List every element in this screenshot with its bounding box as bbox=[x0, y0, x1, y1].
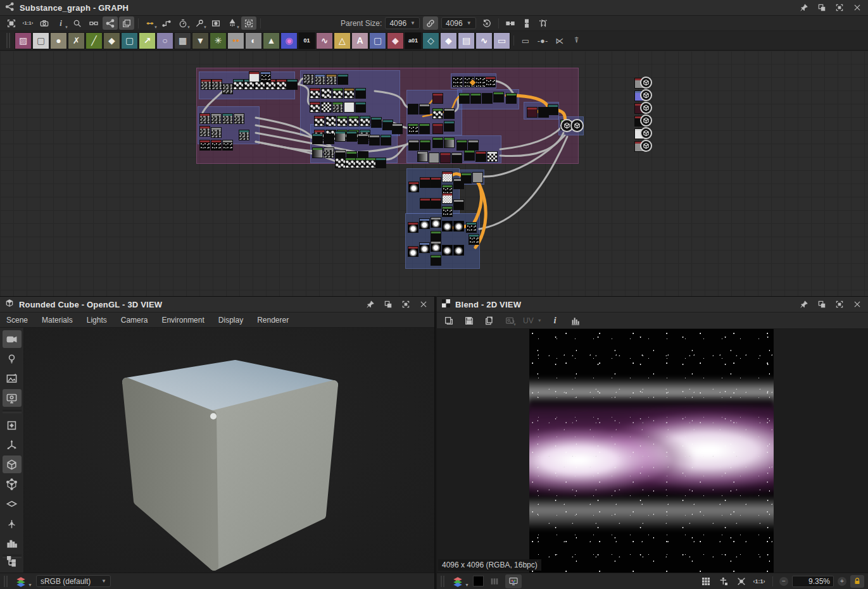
graph-node[interactable] bbox=[473, 173, 482, 182]
mesh-button[interactable] bbox=[3, 475, 22, 493]
maximize-button[interactable] bbox=[400, 299, 412, 310]
graph-node[interactable] bbox=[457, 140, 467, 150]
graph-node[interactable] bbox=[223, 114, 232, 123]
copy-image-button[interactable] bbox=[482, 314, 496, 327]
graph-node[interactable] bbox=[409, 140, 418, 150]
transform-node-button[interactable]: ▢ bbox=[121, 32, 138, 49]
environment-button[interactable] bbox=[3, 369, 22, 387]
graph-node[interactable] bbox=[469, 235, 479, 244]
graph-node[interactable] bbox=[200, 140, 210, 150]
graph-node[interactable] bbox=[494, 92, 503, 102]
graph-node[interactable] bbox=[336, 158, 345, 168]
graph-node[interactable] bbox=[356, 89, 365, 98]
graph-node[interactable] bbox=[333, 89, 343, 98]
gizmo-button[interactable] bbox=[3, 436, 22, 454]
graph-node[interactable] bbox=[431, 218, 441, 227]
graph-node[interactable] bbox=[344, 89, 354, 98]
graph-node[interactable] bbox=[249, 72, 259, 82]
close-button[interactable] bbox=[852, 2, 863, 13]
graph-node[interactable] bbox=[324, 148, 334, 158]
graph-view-button[interactable] bbox=[103, 16, 118, 30]
histogram-node-button[interactable]: ▲ bbox=[263, 32, 280, 49]
magnet-snap-button[interactable] bbox=[536, 16, 551, 30]
zoom-in-button[interactable]: + bbox=[838, 577, 846, 586]
maximize-button[interactable] bbox=[834, 2, 845, 13]
graph-node[interactable] bbox=[408, 247, 418, 256]
graph-node[interactable] bbox=[429, 153, 439, 163]
connector-dots-button[interactable]: ▼ bbox=[142, 16, 158, 30]
frame-fx-node-button[interactable]: ▭ bbox=[493, 32, 510, 49]
graph-node[interactable] bbox=[443, 172, 452, 182]
graph-node[interactable] bbox=[408, 223, 418, 232]
info-button[interactable]: i bbox=[548, 314, 562, 327]
stack-nodes-button[interactable] bbox=[519, 16, 534, 30]
graph-node[interactable] bbox=[454, 245, 463, 255]
graph-node[interactable] bbox=[211, 140, 221, 150]
blur-node-button[interactable]: ● bbox=[50, 32, 67, 49]
graph-node[interactable] bbox=[487, 152, 497, 161]
rounded-cube-button[interactable] bbox=[3, 456, 22, 473]
menu-materials[interactable]: Materials bbox=[42, 316, 73, 325]
graph-node[interactable] bbox=[327, 75, 336, 84]
graph-node[interactable] bbox=[324, 134, 334, 144]
rgb-display-button[interactable] bbox=[505, 574, 522, 588]
graph-node[interactable] bbox=[539, 108, 548, 117]
graph-node[interactable] bbox=[475, 77, 485, 87]
graph-node[interactable] bbox=[393, 124, 402, 133]
save-image-button[interactable] bbox=[462, 314, 476, 327]
curve-node-button[interactable]: ╱ bbox=[85, 32, 103, 49]
graph-node[interactable] bbox=[346, 158, 355, 168]
graph-node[interactable] bbox=[454, 221, 463, 231]
histogram-button[interactable] bbox=[569, 314, 582, 327]
mirror-node-button[interactable]: △ bbox=[334, 32, 351, 49]
graph-node[interactable] bbox=[431, 242, 441, 251]
graph-node[interactable] bbox=[527, 108, 537, 117]
instances-button[interactable] bbox=[119, 16, 134, 30]
splatter-node-button[interactable]: ✳ bbox=[210, 32, 227, 49]
graph-node[interactable] bbox=[333, 102, 343, 112]
graph-node[interactable] bbox=[347, 132, 356, 141]
float-button[interactable] bbox=[816, 2, 827, 13]
graph-node[interactable] bbox=[322, 102, 331, 112]
link-nodes-button[interactable] bbox=[503, 16, 518, 30]
color-layers-icon[interactable]: ▼ bbox=[452, 576, 469, 587]
link-size-button[interactable] bbox=[423, 16, 438, 30]
view3d-viewport[interactable] bbox=[24, 328, 434, 573]
shape-node-button[interactable]: ○ bbox=[156, 32, 173, 49]
graph-node[interactable] bbox=[420, 178, 430, 187]
graph-node[interactable] bbox=[287, 80, 297, 89]
graph-group-frame[interactable] bbox=[198, 106, 260, 144]
graph-node[interactable] bbox=[223, 140, 232, 150]
color-layers-icon[interactable]: ▼ bbox=[15, 576, 32, 587]
graph-node[interactable] bbox=[548, 105, 558, 115]
graph-node[interactable] bbox=[420, 243, 429, 252]
graph-node[interactable] bbox=[420, 140, 430, 150]
stats-button[interactable] bbox=[3, 534, 22, 552]
graph-node[interactable] bbox=[431, 232, 441, 241]
uniform-color-node-button[interactable]: ◆ bbox=[440, 32, 457, 49]
graph-node[interactable] bbox=[234, 80, 243, 89]
grayscale-conversion-node-button[interactable]: 01 bbox=[298, 32, 315, 49]
focus-link-button[interactable] bbox=[86, 16, 101, 30]
graph-node[interactable] bbox=[460, 94, 469, 103]
graph-node[interactable] bbox=[200, 127, 210, 136]
graph-node[interactable] bbox=[433, 94, 443, 103]
graph-node[interactable] bbox=[304, 75, 313, 84]
grid-toggle-button[interactable] bbox=[699, 575, 713, 588]
parent-size-height-select[interactable]: 4096▼ bbox=[441, 17, 476, 29]
graph-node[interactable] bbox=[370, 135, 379, 145]
fit-view-button[interactable] bbox=[734, 575, 748, 588]
graph-canvas[interactable] bbox=[0, 51, 868, 296]
graph-node[interactable] bbox=[471, 94, 481, 103]
search-button[interactable] bbox=[70, 16, 85, 30]
maximize-button[interactable] bbox=[834, 299, 845, 310]
graph-node[interactable] bbox=[467, 223, 476, 232]
graph-node[interactable] bbox=[372, 118, 381, 127]
graph-node[interactable] bbox=[418, 152, 427, 161]
filter-preview-button[interactable] bbox=[208, 16, 223, 30]
graph-node[interactable] bbox=[465, 151, 474, 160]
graph-node[interactable] bbox=[476, 152, 486, 161]
graph-node[interactable] bbox=[344, 102, 354, 112]
menu-camera[interactable]: Camera bbox=[121, 316, 148, 325]
float-button[interactable] bbox=[382, 299, 394, 310]
